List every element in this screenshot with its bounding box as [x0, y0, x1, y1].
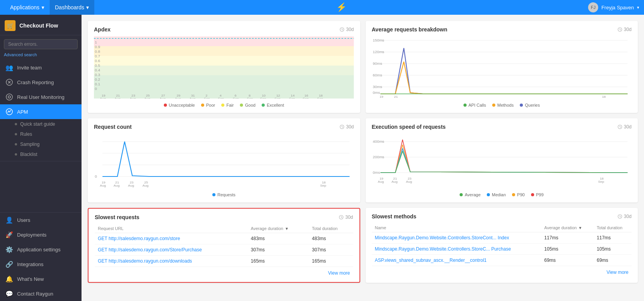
crash-label: Crash Reporting: [17, 80, 54, 85]
method-name[interactable]: Mindscape.Raygun.Demo.Website.Controller…: [372, 244, 542, 255]
svg-text:Aug: Aug: [406, 180, 412, 183]
queries-dot: [520, 104, 523, 107]
svg-text:0.2: 0.2: [95, 77, 100, 81]
svg-text:90ms: 90ms: [373, 61, 382, 65]
view-more-methods-link[interactable]: View more: [607, 270, 628, 275]
svg-text:120ms: 120ms: [373, 50, 384, 54]
execution-speed-legend: Average Median P90 P99: [372, 192, 632, 197]
requests-label: Requests: [217, 192, 235, 197]
svg-text:Sep: Sep: [274, 97, 281, 99]
execution-speed-card: Execution speed of requests 30d 400ms 20…: [366, 118, 638, 202]
request-count-chart: 0 19 Aug 21 Aug 23 Aug 25 Aug 18 Sep: [94, 134, 354, 189]
clock-icon-4: [618, 125, 622, 129]
slowest-methods-title: Slowest methods: [372, 213, 417, 220]
sidebar-item-whats-new[interactable]: 🔔 What's New: [0, 272, 82, 286]
svg-rect-6: [94, 46, 354, 56]
slowest-methods-view-more: View more: [372, 266, 632, 276]
apdex-time-label: 30d: [346, 27, 354, 32]
slowest-requests-table: Request URL Average duration ▼ Total dur…: [95, 224, 353, 267]
sidebar-sub-rules[interactable]: Rules: [0, 129, 82, 139]
total-duration: 307ms: [309, 244, 353, 256]
sidebar-item-invite-team[interactable]: 👥 Invite team: [0, 60, 82, 75]
sidebar-item-crash-reporting[interactable]: Crash Reporting: [0, 75, 82, 90]
sidebar-item-rum[interactable]: Real User Monitoring: [0, 90, 82, 104]
legend-unacceptable: Unacceptable: [164, 103, 195, 107]
svg-text:Sep: Sep: [598, 180, 604, 183]
avg-requests-header: Average requests breakdown 30d: [372, 26, 632, 33]
slowest-methods-time: 30d: [618, 214, 632, 219]
svg-text:Aug: Aug: [175, 97, 181, 99]
svg-point-1: [6, 94, 12, 100]
good-label: Good: [245, 103, 255, 107]
integrations-icon: 🔗: [5, 260, 13, 268]
col-avg-header[interactable]: Average duration ▼: [248, 224, 309, 233]
clock-icon-2: [618, 27, 622, 32]
sidebar-item-app-settings[interactable]: ⚙️ Application settings: [0, 242, 82, 257]
svg-text:Sep: Sep: [233, 97, 239, 99]
request-count-time: 30d: [340, 124, 354, 130]
execution-speed-time: 30d: [618, 124, 632, 130]
sidebar-item-contact[interactable]: 💬 Contact Raygun: [0, 286, 82, 301]
col-avg-header-methods[interactable]: Average duration ▼: [541, 223, 594, 232]
applications-menu[interactable]: Applications ▾: [5, 0, 50, 15]
sidebar-sub-blacklist[interactable]: Blacklist: [0, 149, 82, 159]
sidebar-item-users[interactable]: 👤 Users: [0, 213, 82, 227]
svg-text:Aug: Aug: [189, 97, 196, 99]
request-url[interactable]: GET http://salesdemo.raygun.com/store: [95, 233, 248, 244]
blacklist-label: Blacklist: [20, 152, 37, 157]
sidebar-sub-quick-start[interactable]: Quick start guide: [0, 119, 82, 129]
avg-requests-legend: API Calls Methods Queries: [372, 103, 632, 107]
svg-text:Sep: Sep: [218, 97, 224, 99]
contact-icon: 💬: [5, 290, 13, 298]
avg-requests-chart: 150ms 120ms 90ms 60ms 30ms 0ms 19 Aug 21: [372, 36, 632, 100]
col-url-header: Request URL: [95, 224, 248, 233]
average-label: Average: [465, 192, 481, 197]
poor-label: Poor: [206, 103, 215, 107]
method-name[interactable]: Mindscape.Raygun.Demo.Website.Controller…: [372, 232, 542, 244]
flash-icon[interactable]: ⚡: [336, 2, 347, 12]
deployments-label: Deployments: [17, 232, 47, 238]
sidebar-bottom: 👤 Users 🚀 Deployments ⚙️ Application set…: [0, 212, 82, 301]
nav-center: ⚡: [94, 2, 588, 12]
svg-text:0.6: 0.6: [95, 59, 100, 62]
method-avg-duration: 105ms: [541, 244, 594, 255]
method-name[interactable]: ASP.views_shared_subnav_ascx.__Render__c…: [372, 255, 542, 266]
svg-text:Aug: Aug: [100, 97, 106, 99]
queries-label: Queries: [525, 103, 540, 107]
legend-methods: Methods: [492, 103, 514, 107]
apdex-header: Apdex 30d: [94, 26, 354, 33]
app-icon: 🛒: [5, 20, 16, 31]
svg-text:0.3: 0.3: [95, 73, 100, 76]
svg-text:Sep: Sep: [600, 98, 606, 99]
svg-text:Sep: Sep: [289, 97, 295, 99]
sidebar-item-deployments[interactable]: 🚀 Deployments: [0, 227, 82, 242]
sidebar-item-integrations[interactable]: 🔗 Integrations: [0, 257, 82, 272]
svg-text:150ms: 150ms: [373, 38, 384, 42]
slowest-methods-time-label: 30d: [624, 214, 632, 219]
sub-dot-blacklist: [15, 153, 17, 156]
svg-text:0: 0: [95, 86, 97, 90]
main-layout: 🛒 Checkout Flow Advanced search 👥 Invite…: [0, 15, 644, 301]
request-url[interactable]: GET http://salesdemo.raygun.com/download…: [95, 256, 248, 267]
svg-text:Sep: Sep: [204, 97, 210, 99]
sidebar-sub-sampling[interactable]: Sampling: [0, 139, 82, 149]
svg-rect-5: [94, 36, 354, 46]
user-chevron-icon: ▾: [637, 5, 639, 10]
dashboards-menu[interactable]: Dashboards ▾: [50, 0, 95, 15]
clock-icon-5: [339, 215, 344, 220]
advanced-search-link[interactable]: Advanced search: [0, 52, 82, 60]
total-duration: 165ms: [309, 256, 353, 267]
svg-rect-8: [94, 66, 354, 75]
integrations-label: Integrations: [17, 261, 43, 267]
sidebar-item-apm[interactable]: APM: [0, 104, 82, 119]
p90-dot: [512, 193, 515, 196]
view-more-link[interactable]: View more: [328, 270, 350, 276]
sort-icon-methods: ▼: [578, 226, 582, 230]
table-row: GET http://salesdemo.raygun.com/Store/Pu…: [95, 244, 353, 256]
execution-speed-header: Execution speed of requests 30d: [372, 124, 632, 130]
search-input[interactable]: [4, 39, 78, 49]
slowest-requests-title: Slowest requests: [95, 214, 139, 220]
table-row: GET http://salesdemo.raygun.com/store 48…: [95, 233, 353, 244]
request-url[interactable]: GET http://salesdemo.raygun.com/Store/Pu…: [95, 244, 248, 256]
apdex-card: Apdex 30d 1 0.9: [88, 21, 360, 113]
